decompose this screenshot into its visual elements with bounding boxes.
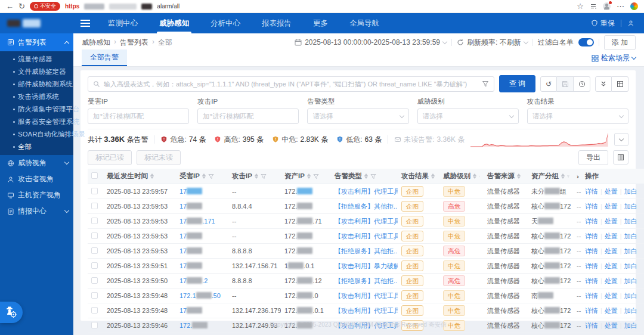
mark-unread-button[interactable]: 标记未读 xyxy=(137,150,181,165)
row-checkbox[interactable] xyxy=(91,292,98,299)
action-处置[interactable]: 处置 xyxy=(605,307,618,314)
column-header-attack_ip[interactable]: 攻击IP xyxy=(228,169,281,184)
sidebar-item-3[interactable]: 主机资产视角 xyxy=(0,187,73,203)
duty-badge[interactable]: 重保 xyxy=(591,18,615,29)
row-checkbox[interactable] xyxy=(91,232,98,239)
column-header-alert_type[interactable]: 告警类型 xyxy=(331,169,398,184)
cell-victim-ip[interactable]: 17 xyxy=(176,199,228,214)
column-header-asset_group[interactable]: 资产分组 xyxy=(528,169,573,184)
row-checkbox[interactable] xyxy=(91,188,98,194)
filter-select[interactable]: 请选择 xyxy=(527,108,628,124)
sort-icon[interactable] xyxy=(364,173,368,179)
column-header-victim_ip[interactable]: 受害IP xyxy=(176,169,228,184)
filter-funnel-icon[interactable] xyxy=(567,173,569,179)
cell-alert-type[interactable]: 【攻击利用】代理工具 xyxy=(331,229,398,244)
action-详情[interactable]: 详情 xyxy=(585,232,598,240)
row-checkbox[interactable] xyxy=(91,322,98,328)
action-详情[interactable]: 详情 xyxy=(585,218,598,225)
row-checkbox[interactable] xyxy=(91,247,98,254)
filter-select[interactable]: 请选择 xyxy=(307,108,408,124)
cell-victim-ip[interactable]: 17 xyxy=(176,244,228,259)
sort-icon[interactable] xyxy=(431,173,435,179)
action-处置[interactable]: 处置 xyxy=(605,203,618,210)
action-加白[interactable]: 加白 xyxy=(624,218,637,225)
sidebar-item-4[interactable]: 情报中心 xyxy=(0,203,73,219)
filter-input[interactable]: 加*进行模糊匹配 xyxy=(88,108,189,124)
browser-back-icon[interactable]: ← xyxy=(6,2,14,10)
browser-menu-icon[interactable]: ⋯ xyxy=(617,2,624,10)
row-checkbox[interactable] xyxy=(91,218,98,224)
sidebar-item-1[interactable]: 威胁视角 xyxy=(0,155,73,171)
filter-input[interactable]: 加*进行模糊匹配 xyxy=(197,108,299,124)
sidebar-subitem-攻击诱捕系统[interactable]: 攻击诱捕系统 xyxy=(0,91,73,103)
sort-icon[interactable] xyxy=(150,173,154,179)
date-range-picker[interactable]: 2025-08-13 00:00:00-2025-08-13 23:59:59 xyxy=(295,38,447,46)
cell-alert-type[interactable]: 【拒绝服务】其他拒.. xyxy=(331,199,398,214)
nav-item-分析中心[interactable]: 分析中心 xyxy=(200,13,251,33)
user-icon[interactable] xyxy=(627,20,634,27)
filter-funnel-icon[interactable] xyxy=(261,173,267,179)
cell-alert-type[interactable]: 【拒绝服务】其他拒.. xyxy=(331,274,398,289)
cell-victim-ip[interactable]: 17 xyxy=(176,184,228,199)
search-scene-button[interactable]: 检索场景 xyxy=(592,53,636,66)
cell-victim-ip[interactable]: 17 xyxy=(176,229,228,244)
sidebar-subitem-服务器安全管理系统[interactable]: 服务器安全管理系统 xyxy=(0,116,73,128)
filter-funnel-icon[interactable] xyxy=(482,80,489,88)
filter-select[interactable]: 请选择 xyxy=(417,108,519,124)
save-search-button[interactable] xyxy=(557,76,574,92)
security-badge[interactable]: 不安全 xyxy=(30,2,60,11)
row-checkbox[interactable] xyxy=(91,277,98,284)
menu-hamburger-icon[interactable] xyxy=(73,13,97,33)
cell-alert-type[interactable]: 【攻击利用】代理工具 xyxy=(331,289,398,303)
sort-icon[interactable] xyxy=(473,173,476,179)
cell-alert-type[interactable]: 【拒绝服务】其他拒.. xyxy=(331,244,398,259)
cell-victim-ip[interactable]: 17 xyxy=(176,303,228,318)
cell-victim-ip[interactable]: 172. xyxy=(176,318,228,333)
action-详情[interactable]: 详情 xyxy=(585,247,598,255)
filter-funnel-icon[interactable] xyxy=(313,173,319,179)
action-加白[interactable]: 加白 xyxy=(624,262,637,269)
action-处置[interactable]: 处置 xyxy=(605,322,618,329)
column-header-attack_result[interactable]: 攻击结果 xyxy=(398,169,439,184)
row-checkbox[interactable] xyxy=(91,262,98,269)
cell-alert-type[interactable]: 【攻击利用】暴力破解 xyxy=(331,259,398,274)
action-加白[interactable]: 加白 xyxy=(624,307,637,314)
select-all-checkbox[interactable] xyxy=(91,172,98,179)
settings-grid-button[interactable] xyxy=(612,76,628,92)
cell-alert-type[interactable]: 【攻击利用】代理工具 xyxy=(331,184,398,199)
sidebar-subitem-全部[interactable]: 全部 xyxy=(0,141,73,153)
action-处置[interactable]: 处置 xyxy=(605,292,618,299)
action-加白[interactable]: 加白 xyxy=(624,203,637,210)
browser-refresh-icon[interactable]: ↻ xyxy=(18,2,25,10)
breadcrumb-item[interactable]: 告警列表 xyxy=(120,38,148,48)
action-处置[interactable]: 处置 xyxy=(605,218,618,225)
column-header-threat_level[interactable]: 威胁级别 xyxy=(439,169,484,184)
url-path[interactable]: alarm/all xyxy=(157,3,179,10)
row-checkbox[interactable] xyxy=(91,307,98,314)
sort-icon[interactable] xyxy=(307,173,311,179)
breadcrumb-item[interactable]: 威胁感知 xyxy=(82,38,110,48)
collections-icon[interactable] xyxy=(590,2,597,10)
nav-item-全局导航[interactable]: 全局导航 xyxy=(339,13,390,33)
sidebar-subitem-邮件威胁检测系统[interactable]: 邮件威胁检测系统 xyxy=(0,78,73,91)
action-处置[interactable]: 处置 xyxy=(605,277,618,284)
nav-item-更多[interactable]: 更多 xyxy=(302,13,339,33)
reset-button[interactable]: ↺ xyxy=(540,76,557,92)
column-settings-button[interactable] xyxy=(613,150,628,165)
action-详情[interactable]: 详情 xyxy=(585,307,598,314)
action-加白[interactable]: 加白 xyxy=(624,322,637,329)
collapse-chart-button[interactable] xyxy=(614,133,628,146)
sidebar-subitem-防火墙集中管理平台[interactable]: 防火墙集中管理平台 xyxy=(0,103,73,116)
action-详情[interactable]: 详情 xyxy=(585,203,598,210)
search-input[interactable] xyxy=(104,80,478,88)
action-加白[interactable]: 加白 xyxy=(624,247,637,255)
copilot-icon[interactable] xyxy=(630,2,638,10)
cell-alert-type[interactable]: 【攻击利用】代理工具 xyxy=(331,303,398,318)
mark-read-button[interactable]: 标记已读 xyxy=(88,150,132,165)
column-header-alert_source[interactable]: 告警来源 xyxy=(484,169,528,184)
action-处置[interactable]: 处置 xyxy=(605,262,618,269)
breadcrumb-item[interactable]: 全部 xyxy=(158,38,172,48)
sort-icon[interactable] xyxy=(561,173,565,179)
sidebar-subitem-流量传感器[interactable]: 流量传感器 xyxy=(0,53,73,66)
sort-icon[interactable] xyxy=(202,173,206,179)
